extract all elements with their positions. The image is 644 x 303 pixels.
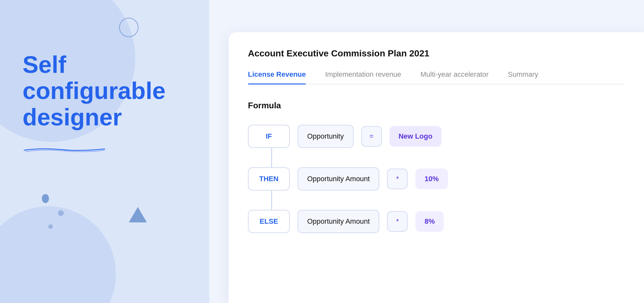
main-card: Account Executive Commission Plan 2021 L… [229, 32, 644, 303]
then-operator: * [387, 169, 408, 189]
blob-bottom [0, 206, 116, 303]
underline-decoration [23, 146, 106, 152]
if-operator: = [361, 126, 382, 147]
connector-2 [271, 191, 272, 210]
dot2-decoration [58, 210, 64, 216]
formula-area: IF Opportunity = New Logo THEN Opportuni… [248, 125, 625, 233]
then-row: THEN Opportunity Amount * 10% [248, 167, 625, 191]
right-panel: Account Executive Commission Plan 2021 L… [209, 0, 644, 303]
left-content: Self configurable designer [0, 0, 209, 153]
if-field[interactable]: Opportunity [298, 125, 354, 148]
tab-implementation-revenue[interactable]: Implementation revenue [325, 70, 401, 84]
else-field[interactable]: Opportunity Amount [298, 210, 379, 233]
card-title: Account Executive Commission Plan 2021 [248, 48, 625, 59]
left-panel: Self configurable designer [0, 0, 209, 303]
tab-multiyear-accelerator[interactable]: Multi-year accelerator [421, 70, 489, 84]
else-keyword: ELSE [248, 210, 290, 233]
tab-license-revenue[interactable]: License Revenue [248, 70, 306, 84]
else-operator: * [387, 211, 408, 232]
if-keyword: IF [248, 125, 290, 148]
else-value[interactable]: 8% [415, 211, 444, 232]
formula-label: Formula [248, 101, 625, 111]
if-row: IF Opportunity = New Logo [248, 125, 625, 148]
hero-title: Self configurable designer [23, 52, 209, 130]
tab-summary[interactable]: Summary [508, 70, 538, 84]
else-row: ELSE Opportunity Amount * 8% [248, 210, 625, 233]
then-keyword: THEN [248, 167, 290, 191]
dot3-decoration [48, 224, 53, 229]
dot1-decoration [42, 194, 49, 203]
then-field[interactable]: Opportunity Amount [298, 167, 379, 191]
tab-bar: License Revenue Implementation revenue M… [248, 70, 625, 84]
triangle-decoration [129, 207, 147, 222]
connector-1 [271, 148, 272, 167]
if-value[interactable]: New Logo [390, 126, 441, 147]
then-value[interactable]: 10% [415, 169, 448, 189]
